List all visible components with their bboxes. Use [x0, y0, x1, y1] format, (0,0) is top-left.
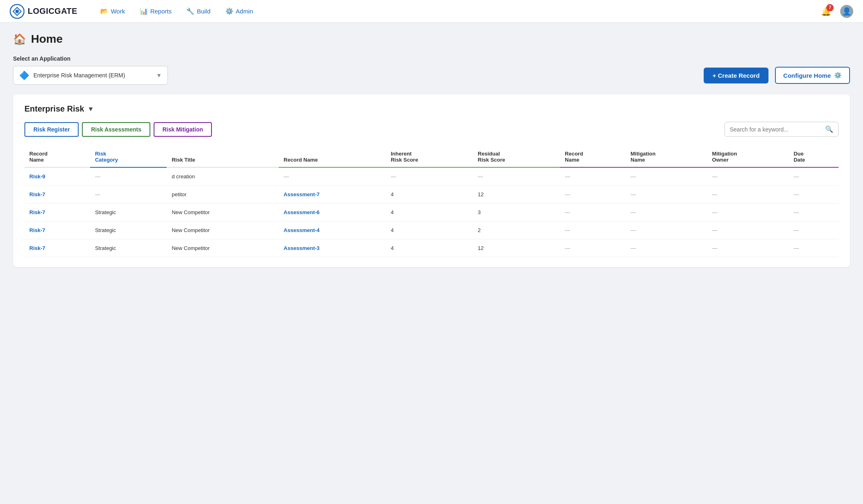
cell-risk_category: Strategic [90, 239, 167, 257]
cell-inherent_score: 4 [386, 221, 473, 239]
cell-inherent_score: 4 [386, 204, 473, 221]
cell-residual_score: — [473, 167, 560, 186]
tabs-row: Risk Register Risk Assessments Risk Miti… [24, 122, 839, 137]
cell-mitigation_owner: — [707, 204, 789, 221]
cell-mitigation_name: — [626, 239, 707, 257]
table-row: Risk-7StrategicNew CompetitorAssessment-… [24, 221, 839, 239]
logo-icon [10, 4, 24, 19]
nav-build-label: Build [197, 8, 210, 15]
cell-assessment_name[interactable]: Assessment-4 [279, 221, 386, 239]
col-mitigation-name: MitigationName [626, 147, 707, 167]
page-title-row: 🏠 Home [13, 33, 850, 46]
main-content: 🏠 Home Select an Application 🔷 Enterpris… [0, 23, 863, 277]
cell-record_name[interactable]: Risk-7 [24, 204, 90, 221]
table-row: Risk-7StrategicNew CompetitorAssessment-… [24, 239, 839, 257]
build-icon: 🔧 [186, 7, 194, 15]
notification-button[interactable]: 🔔 7 [819, 4, 834, 19]
cell-risk_category: Strategic [90, 221, 167, 239]
enterprise-risk-card: Enterprise Risk ▼ Risk Register Risk Ass… [13, 94, 850, 267]
cell-assessment_name[interactable]: Assessment-3 [279, 239, 386, 257]
search-icon[interactable]: 🔍 [825, 125, 833, 133]
col-inherent-score: InherentRisk Score [386, 147, 473, 167]
table-body: Risk-9—d creation———————Risk-7—petitorAs… [24, 167, 839, 257]
configure-home-button[interactable]: Configure Home ⚙️ [775, 67, 850, 84]
nav-work[interactable]: 📂 Work [94, 4, 132, 18]
cell-risk_title: New Competitor [167, 204, 279, 221]
cell-risk_title: petitor [167, 186, 279, 204]
reports-icon: 📊 [140, 7, 148, 15]
main-nav: 📂 Work 📊 Reports 🔧 Build ⚙️ Admin [94, 4, 819, 18]
tab-risk-register[interactable]: Risk Register [24, 122, 79, 137]
cell-inherent_score: 4 [386, 239, 473, 257]
cell-mitigation_owner: — [707, 239, 789, 257]
col-mitigation-record: RecordName [560, 147, 625, 167]
cell-record_name[interactable]: Risk-7 [24, 239, 90, 257]
nav-reports[interactable]: 📊 Reports [133, 4, 178, 18]
col-risk-category[interactable]: RiskCategory [90, 147, 167, 167]
logo[interactable]: LOGICGATE [10, 4, 77, 19]
tab-risk-mitigation-label: Risk Mitigation [163, 126, 203, 133]
cell-mitigation_record_name: — [560, 167, 625, 186]
notification-badge: 7 [826, 4, 834, 11]
cell-record_name[interactable]: Risk-7 [24, 186, 90, 204]
cell-record_name[interactable]: Risk-7 [24, 221, 90, 239]
page-title: Home [31, 33, 63, 46]
cell-risk_title: d creation [167, 167, 279, 186]
cell-mitigation_owner: — [707, 186, 789, 204]
nav-admin[interactable]: ⚙️ Admin [219, 4, 260, 18]
cell-mitigation_record_name: — [560, 186, 625, 204]
risk-table: RecordName RiskCategory Risk Title Recor… [24, 147, 839, 257]
nav-build[interactable]: 🔧 Build [180, 4, 217, 18]
cell-risk_category: — [90, 186, 167, 204]
user-avatar[interactable]: 👤 [840, 5, 853, 18]
cell-residual_score: 12 [473, 239, 560, 257]
cell-assessment_name[interactable]: Assessment-6 [279, 204, 386, 221]
header-right: 🔔 7 👤 [819, 4, 853, 19]
cell-risk_title: New Competitor [167, 239, 279, 257]
app-select-icon: 🔷 [19, 70, 29, 80]
cell-residual_score: 3 [473, 204, 560, 221]
gear-icon: ⚙️ [834, 72, 842, 79]
search-box[interactable]: 🔍 [724, 122, 839, 137]
card-title: Enterprise Risk [24, 104, 84, 114]
cell-assessment_name[interactable]: Assessment-7 [279, 186, 386, 204]
cell-assessment_name: — [279, 167, 386, 186]
cell-mitigation_owner: — [707, 221, 789, 239]
cell-mitigation_record_name: — [560, 221, 625, 239]
cell-residual_score: 2 [473, 221, 560, 239]
app-select[interactable]: 🔷 Enterprise Risk Management (ERM) ▼ [13, 66, 168, 85]
col-mitigation-owner: MitigationOwner [707, 147, 789, 167]
col-risk-title: Risk Title [167, 147, 279, 167]
nav-reports-label: Reports [150, 8, 172, 15]
col-residual-score: ResidualRisk Score [473, 147, 560, 167]
cell-due_date: — [789, 204, 839, 221]
cell-mitigation_owner: — [707, 167, 789, 186]
cell-risk_title: New Competitor [167, 221, 279, 239]
tab-risk-assessments-label: Risk Assessments [91, 126, 141, 133]
tab-risk-assessments[interactable]: Risk Assessments [82, 122, 150, 137]
cell-due_date: — [789, 221, 839, 239]
cell-mitigation_name: — [626, 186, 707, 204]
cell-mitigation_name: — [626, 204, 707, 221]
col-assessment-name: Record Name [279, 147, 386, 167]
tab-risk-mitigation[interactable]: Risk Mitigation [154, 122, 212, 137]
col-due-date: DueDate [789, 147, 839, 167]
cell-mitigation_record_name: — [560, 204, 625, 221]
cell-risk_category: Strategic [90, 204, 167, 221]
cell-record_name[interactable]: Risk-9 [24, 167, 90, 186]
logo-text: LOGICGATE [28, 7, 77, 16]
card-chevron-icon[interactable]: ▼ [88, 105, 94, 113]
work-icon: 📂 [100, 7, 108, 15]
create-record-button[interactable]: + Create Record [704, 68, 768, 83]
configure-home-label: Configure Home [783, 72, 831, 79]
create-record-label: + Create Record [713, 72, 760, 79]
cell-inherent_score: — [386, 167, 473, 186]
search-input[interactable] [730, 126, 825, 133]
nav-admin-label: Admin [236, 8, 253, 15]
avatar-icon: 👤 [842, 7, 851, 16]
controls-row: 🔷 Enterprise Risk Management (ERM) ▼ + C… [13, 66, 850, 85]
home-icon: 🏠 [13, 33, 26, 46]
tab-risk-register-label: Risk Register [33, 126, 70, 133]
nav-work-label: Work [111, 8, 125, 15]
cell-mitigation_name: — [626, 167, 707, 186]
